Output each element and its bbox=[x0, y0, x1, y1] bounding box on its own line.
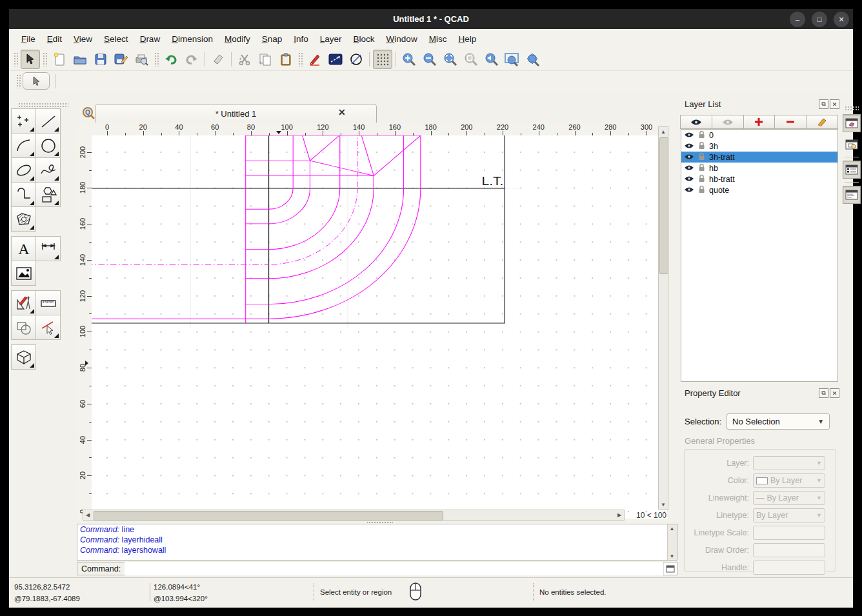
scroll-left-icon[interactable]: ◀ bbox=[83, 510, 92, 520]
menu-info[interactable]: Info bbox=[288, 32, 314, 46]
panel-close-icon[interactable]: ✕ bbox=[830, 388, 839, 398]
block-list-toggle-button[interactable] bbox=[843, 135, 861, 154]
remove-layer-button[interactable] bbox=[774, 115, 807, 129]
layer-row-hb[interactable]: hb bbox=[681, 163, 837, 174]
panel-close-icon[interactable]: ✕ bbox=[830, 99, 839, 109]
layer-row-3h[interactable]: 3h bbox=[681, 141, 837, 152]
scroll-down-icon[interactable]: ▼ bbox=[668, 553, 676, 559]
zoom-out-button[interactable] bbox=[420, 50, 439, 69]
ellipse-tool-button[interactable] bbox=[11, 157, 36, 183]
property-select[interactable]: By Layer▼ bbox=[753, 508, 825, 522]
scroll-up-icon[interactable]: ▲ bbox=[659, 127, 668, 136]
toolbar-handle[interactable] bbox=[43, 52, 47, 66]
layer-visible-eye-icon[interactable] bbox=[684, 175, 694, 184]
block-tool-button[interactable] bbox=[11, 315, 36, 340]
history-scrollbar[interactable]: ▲ ▼ bbox=[667, 524, 677, 560]
maximize-button[interactable]: □ bbox=[812, 12, 827, 27]
property-select[interactable]: By Layer▼ bbox=[753, 473, 825, 488]
h-scrollbar-thumb[interactable] bbox=[94, 511, 443, 521]
menu-dimension[interactable]: Dimension bbox=[166, 32, 219, 46]
menu-help[interactable]: Help bbox=[452, 32, 482, 46]
layer-list-toggle-button[interactable] bbox=[843, 114, 861, 132]
menu-file[interactable]: File bbox=[15, 32, 41, 46]
spline-tool-button[interactable] bbox=[35, 157, 61, 183]
paste-button[interactable] bbox=[276, 50, 296, 69]
menu-layer[interactable]: Layer bbox=[314, 32, 348, 46]
property-input[interactable] bbox=[753, 561, 825, 575]
close-button[interactable]: ✕ bbox=[834, 12, 849, 27]
command-input[interactable] bbox=[125, 562, 663, 575]
save-as-button[interactable] bbox=[112, 50, 131, 69]
property-select[interactable]: ▼ bbox=[753, 456, 825, 470]
layer-lock-icon[interactable] bbox=[698, 163, 705, 174]
shape-tool-button[interactable] bbox=[35, 182, 61, 207]
auto-zoom-button[interactable] bbox=[441, 50, 460, 69]
toolbar-handle[interactable] bbox=[298, 52, 303, 66]
command-window-toggle-button[interactable] bbox=[663, 562, 677, 575]
v-scrollbar-thumb[interactable] bbox=[659, 137, 668, 274]
menu-edit[interactable]: Edit bbox=[41, 32, 68, 46]
image-tool-button[interactable] bbox=[11, 261, 36, 286]
layer-lock-icon[interactable] bbox=[698, 152, 705, 163]
drawing-viewport[interactable]: P.V. P.L. L.T. P.O. bbox=[92, 135, 667, 519]
layer-row-hb-tratt[interactable]: hb-tratt bbox=[681, 174, 837, 184]
menu-block[interactable]: Block bbox=[348, 32, 381, 46]
property-editor-toggle-button[interactable] bbox=[843, 161, 861, 179]
zoom-window-button[interactable] bbox=[503, 50, 522, 69]
arc-tool-button[interactable] bbox=[11, 133, 36, 158]
scroll-up-icon[interactable]: ▲ bbox=[668, 525, 676, 532]
show-all-layers-button[interactable] bbox=[680, 115, 712, 129]
toolbar-handle[interactable] bbox=[18, 103, 68, 108]
pan-button[interactable] bbox=[523, 50, 543, 69]
dimension-tool-button[interactable] bbox=[35, 236, 61, 261]
layer-row-quote[interactable]: quote bbox=[681, 184, 837, 195]
hatch-tool-button[interactable] bbox=[11, 206, 36, 232]
layer-visible-eye-icon[interactable] bbox=[684, 164, 694, 173]
grid-toggle-button[interactable] bbox=[373, 50, 392, 69]
scroll-right-icon[interactable]: ▶ bbox=[615, 510, 624, 520]
panel-float-icon[interactable]: ⧉ bbox=[819, 99, 828, 109]
command-history[interactable]: Command: lineCommand: layerhideallComman… bbox=[77, 524, 677, 561]
layer-lock-icon[interactable] bbox=[698, 130, 705, 141]
tab-untitled-1[interactable]: * Untitled 1 bbox=[95, 104, 377, 123]
layer-lock-icon[interactable] bbox=[698, 141, 705, 152]
layer-lock-icon[interactable] bbox=[698, 185, 705, 195]
property-painter-button[interactable] bbox=[305, 50, 325, 69]
layer-visible-eye-icon[interactable] bbox=[684, 153, 694, 162]
eraser-button[interactable] bbox=[208, 50, 228, 69]
redo-button[interactable] bbox=[182, 50, 201, 69]
command-line-toggle-button[interactable] bbox=[843, 186, 861, 204]
toolbar-handle[interactable] bbox=[14, 52, 18, 66]
v-scrollbar[interactable]: ▲ ▼ bbox=[658, 126, 668, 510]
property-input[interactable] bbox=[753, 526, 825, 540]
zoom-selection-button[interactable] bbox=[461, 50, 481, 69]
menu-select[interactable]: Select bbox=[98, 32, 134, 46]
menu-view[interactable]: View bbox=[68, 32, 98, 46]
line-tool-button[interactable] bbox=[35, 108, 61, 134]
menu-snap[interactable]: Snap bbox=[256, 32, 288, 46]
new-file-button[interactable] bbox=[50, 50, 69, 69]
solid-tool-button[interactable] bbox=[11, 344, 36, 370]
reset-button[interactable] bbox=[346, 50, 366, 69]
menu-modify[interactable]: Modify bbox=[219, 32, 256, 46]
property-input[interactable] bbox=[753, 543, 825, 557]
hide-all-layers-button[interactable] bbox=[712, 115, 744, 129]
scroll-down-icon[interactable]: ▼ bbox=[659, 500, 668, 509]
measure-tool-button[interactable] bbox=[35, 290, 61, 315]
layer-visible-eye-icon[interactable] bbox=[684, 186, 694, 195]
print-preview-button[interactable] bbox=[132, 50, 152, 69]
point-tool-button[interactable] bbox=[11, 108, 36, 134]
property-select[interactable]: —By Layer▼ bbox=[753, 491, 825, 505]
selection-modify-button[interactable] bbox=[326, 50, 345, 69]
save-button[interactable] bbox=[91, 50, 110, 69]
layer-visible-eye-icon[interactable] bbox=[684, 142, 694, 151]
panel-float-icon[interactable]: ⧉ bbox=[819, 388, 828, 398]
select-entity-tool-button[interactable] bbox=[35, 315, 61, 340]
layer-row-0[interactable]: 0 bbox=[681, 130, 837, 141]
add-layer-button[interactable] bbox=[743, 115, 776, 129]
circle-tool-button[interactable] bbox=[35, 133, 61, 158]
minimize-button[interactable]: – bbox=[790, 12, 805, 27]
previous-view-button[interactable] bbox=[482, 50, 501, 69]
layer-row-3h-tratt[interactable]: 3h-tratt bbox=[681, 152, 837, 163]
h-scrollbar[interactable]: ◀ ▶ bbox=[83, 510, 625, 521]
